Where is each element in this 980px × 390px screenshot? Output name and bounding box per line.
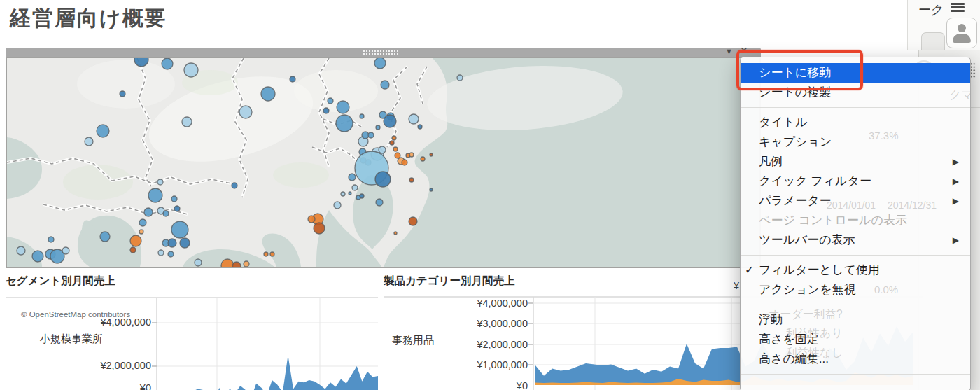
- map-bubble[interactable]: [418, 125, 422, 129]
- map-bubble[interactable]: [410, 178, 414, 182]
- kanto-bubble-map[interactable]: [7, 58, 760, 267]
- map-bubble[interactable]: [394, 232, 397, 235]
- map-bubble[interactable]: [381, 81, 389, 89]
- map-bubble[interactable]: [352, 185, 358, 190]
- map-bubble[interactable]: [62, 247, 69, 254]
- tableau-dashboard-window: 経営層向け概要 ーク: [0, 0, 980, 390]
- map-bubble[interactable]: [392, 136, 396, 140]
- map-bubble[interactable]: [244, 261, 249, 267]
- map-bubble[interactable]: [376, 125, 380, 130]
- hamburger-icon[interactable]: [951, 3, 965, 5]
- page-title: 経営層向け概要: [10, 4, 167, 33]
- map-bubble[interactable]: [409, 114, 419, 124]
- map-bubble[interactable]: [172, 221, 188, 238]
- map-bubble[interactable]: [85, 137, 93, 146]
- map-bubble[interactable]: [232, 262, 241, 267]
- map-bubble[interactable]: [32, 251, 43, 262]
- map-bubble[interactable]: [184, 63, 198, 77]
- map-bubble[interactable]: [409, 217, 417, 225]
- y-tick-label: ¥4,000,000: [74, 316, 151, 328]
- menu-separator: [741, 107, 970, 108]
- map-bubble[interactable]: [100, 232, 110, 242]
- map-bubble[interactable]: [264, 252, 268, 256]
- map-bubble[interactable]: [349, 174, 356, 181]
- map-bubble[interactable]: [290, 76, 295, 82]
- map-bubble[interactable]: [323, 108, 329, 113]
- map-bubble[interactable]: [410, 153, 414, 157]
- submenu-arrow-icon: ▶: [953, 172, 959, 191]
- map-bubble[interactable]: [430, 188, 433, 191]
- map-bubble[interactable]: [390, 141, 394, 145]
- map-bubble[interactable]: [314, 223, 325, 234]
- map-bubble[interactable]: [376, 199, 383, 206]
- map-bubble[interactable]: [17, 246, 25, 255]
- map-bubble[interactable]: [270, 252, 274, 256]
- map-container[interactable]: © OpenStreetMap contributors: [6, 57, 761, 268]
- map-bubble[interactable]: [379, 111, 386, 118]
- map-bubble[interactable]: [174, 206, 180, 211]
- map-bubble[interactable]: [349, 192, 351, 195]
- check-icon: ✓: [745, 260, 754, 280]
- object-context-menu: クマーク37.3%2014/01/012014/12/310.0%オーダー利益?…: [740, 57, 971, 390]
- map-bubble[interactable]: [162, 58, 173, 69]
- map-bubble[interactable]: [139, 219, 146, 226]
- map-bubble[interactable]: [158, 179, 163, 185]
- menu-item-14[interactable]: 浮動: [741, 310, 970, 330]
- map-bubble[interactable]: [368, 132, 374, 138]
- menu-item-9[interactable]: ツールバーの表示▶: [741, 230, 970, 250]
- map-bubble[interactable]: [168, 239, 176, 247]
- map-bubble[interactable]: [374, 58, 386, 69]
- menu-separator: [741, 374, 970, 375]
- map-bubble[interactable]: [232, 183, 237, 188]
- map-bubble[interactable]: [334, 202, 341, 209]
- map-bubble[interactable]: [421, 157, 425, 161]
- map-bubble[interactable]: [336, 115, 353, 132]
- menu-item-15[interactable]: 高さを固定: [741, 330, 970, 349]
- map-bubble[interactable]: [375, 172, 391, 187]
- menu-item-5[interactable]: 凡例▶: [741, 152, 970, 172]
- map-bubble[interactable]: [430, 153, 433, 156]
- map-bubble[interactable]: [168, 251, 174, 257]
- map-bubble[interactable]: [379, 146, 386, 153]
- menu-item-16[interactable]: 高さの編集...: [741, 349, 970, 369]
- map-bubble[interactable]: [144, 208, 153, 216]
- map-bubble[interactable]: [182, 117, 192, 127]
- map-bubble[interactable]: [48, 237, 54, 242]
- red-annotation-box: [736, 50, 863, 90]
- map-bubble[interactable]: [261, 87, 275, 101]
- map-bubble[interactable]: [130, 235, 141, 246]
- map-bubble[interactable]: [457, 75, 463, 81]
- segment-area-chart[interactable]: [0, 268, 382, 390]
- map-bubble[interactable]: [341, 192, 345, 196]
- map-bubble[interactable]: [328, 98, 333, 104]
- map-bubble[interactable]: [163, 211, 169, 216]
- object-menu-caret-icon[interactable]: ▼: [725, 47, 733, 55]
- drag-handle-icon[interactable]: [363, 50, 399, 55]
- person-icon: [958, 24, 966, 32]
- header-tab-shape[interactable]: [921, 32, 945, 50]
- map-bubble[interactable]: [402, 160, 407, 165]
- menu-item-7[interactable]: パラメーター▶: [741, 191, 970, 211]
- user-profile-button[interactable]: [946, 18, 977, 48]
- map-bubble[interactable]: [130, 247, 136, 253]
- map-bubble[interactable]: [148, 188, 162, 202]
- map-bubble[interactable]: [139, 230, 144, 234]
- menu-item-4[interactable]: キャプション: [741, 132, 970, 152]
- map-bubble[interactable]: [239, 106, 252, 118]
- map-bubble[interactable]: [195, 259, 202, 266]
- menu-item-3[interactable]: タイトル: [741, 113, 970, 132]
- map-bubble[interactable]: [172, 196, 177, 202]
- map-bubble[interactable]: [120, 91, 125, 97]
- menu-item-11[interactable]: フィルターとして使用✓: [741, 260, 970, 280]
- map-bubble[interactable]: [360, 194, 364, 198]
- map-bubble[interactable]: [360, 114, 364, 118]
- map-bubble[interactable]: [337, 101, 349, 113]
- map-bubble[interactable]: [393, 147, 398, 151]
- map-bubble[interactable]: [97, 125, 109, 137]
- map-bubble[interactable]: [308, 216, 315, 223]
- map-bubble[interactable]: [180, 238, 190, 248]
- map-bubble[interactable]: [158, 250, 164, 256]
- menu-item-12[interactable]: アクションを無視: [741, 280, 970, 300]
- menu-item-6[interactable]: クイック フィルター▶: [741, 172, 970, 191]
- y-tick-label: ¥4,000,000: [451, 298, 528, 309]
